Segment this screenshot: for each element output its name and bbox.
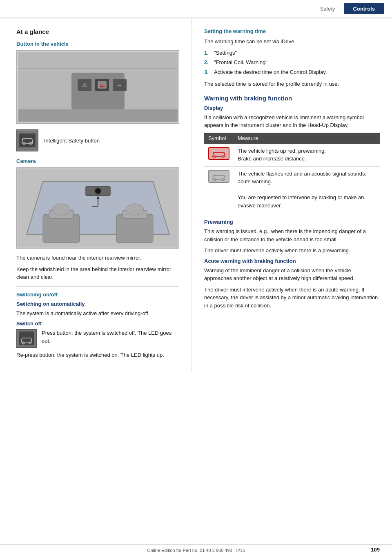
svg-point-29 [214,156,216,158]
step-3: 3. Activate the desired time on the Cont… [204,68,380,76]
svg-point-32 [222,178,224,181]
acute-warning-label: Acute warning with braking function [204,258,380,264]
button-in-vehicle-subtitle: Button in the vehicle [16,41,179,47]
svg-point-30 [222,156,224,158]
header-tab-controls[interactable]: Controls [344,3,384,14]
at-a-glance-title: At a glance [16,28,179,35]
car-symbol-2 [208,170,229,183]
display-label: Display [204,105,380,111]
measure-1-text1: The vehicle lights up red: prewarning. [238,148,326,154]
warning-braking-function-title: Warning with braking function [204,95,380,102]
acute-desc2: The driver must intervene actively when … [204,286,380,310]
stored-desc: The selected time is stored for the prof… [204,80,380,88]
camera-desc1: The camera is found near the interior re… [16,254,179,262]
page-header: Safety Controls [0,0,392,18]
table-row-2: The vehicle flashes red and an acoustic … [204,166,380,213]
svg-text:🚗: 🚗 [100,82,105,88]
svg-rect-9 [18,109,178,122]
button-image: ⚠ 🚗 ↔ [18,52,178,122]
svg-point-23 [52,204,70,215]
symbol-cell-2 [204,166,234,213]
measure-2-text2: You are requested to intervene by brakin… [238,194,364,209]
svg-point-21 [96,189,100,193]
svg-text:⚠: ⚠ [82,82,87,88]
setting-desc: The warning time can be set via iDrive. [204,38,380,46]
safety-button-icon [16,129,38,151]
table-row-1: The vehicle lights up red: prewarning. B… [204,144,380,167]
col-measure: Measure [234,133,380,144]
repress-desc: Re-press button: the system is switched … [16,351,179,359]
steps-list: 1. "Settings" 2. "Frontal Coll. Warning"… [204,49,380,76]
intelligent-safety-button-label: Intelligent Safety button [44,138,100,144]
switch-off-row: Press button: the system is switched off… [16,329,179,348]
header-safety-label: Safety [311,3,344,14]
step-1-num: 1. [204,49,211,57]
symbol-table: Symbol Measure [204,133,380,214]
symbol-cell-1 [204,144,234,167]
step-2-text: "Frontal Coll. Warning" [214,58,267,67]
step-2-num: 2. [204,58,211,67]
page-footer: Online Edition for Part no. 01 40 2 960 … [0,544,392,556]
switching-on-auto-desc: The system is automatically active after… [16,309,179,318]
button-image-box: ⚠ 🚗 ↔ [16,50,179,124]
svg-rect-26 [19,331,34,345]
page-content: At a glance Button in the vehicle ⚠ 🚗 ↔ [0,18,392,372]
prewarning-label: Prewarning [204,219,380,225]
prewarning-desc1: This warning is issued, e.g., when there… [204,227,380,243]
switching-on-off-subtitle: Switching on/off [16,291,179,298]
svg-point-24 [126,204,144,215]
measure-cell-1: The vehicle lights up red: prewarning. B… [234,144,380,167]
intelligent-safety-button-row: Intelligent Safety button [16,129,179,151]
svg-point-12 [23,142,25,145]
switching-on-auto-label: Switching on automatically [16,301,179,307]
footer-text: Online Edition for Part no. 01 40 2 960 … [147,548,245,553]
header-tabs: Controls [344,3,384,14]
svg-rect-11 [19,133,36,147]
measure-1-text2: Brake and increase distance. [238,156,306,162]
left-column: At a glance Button in the vehicle ⚠ 🚗 ↔ [0,18,192,372]
svg-text:↔: ↔ [117,82,122,88]
svg-point-27 [22,342,24,344]
display-desc: If a collision with a recognized vehicle… [204,113,380,129]
step-1: 1. "Settings" [204,49,380,57]
svg-point-31 [214,178,216,181]
switch-off-label: Switch off [16,320,179,327]
acute-desc1: Warning of the imminent danger of a coll… [204,267,380,282]
step-3-num: 3. [204,68,211,76]
prewarning-desc2: The driver must intervene actively when … [204,247,380,255]
measure-2-text1: The vehicle flashes red and an acoustic … [238,171,366,185]
switch-off-desc: Press button: the system is switched off… [42,329,179,345]
step-1-text: "Settings" [214,49,237,57]
camera-image-box [16,167,179,249]
camera-desc2: Keep the windshield in the area behind t… [16,265,179,281]
col-symbol: Symbol [204,133,234,144]
svg-point-13 [29,142,32,145]
step-2: 2. "Frontal Coll. Warning" [204,58,380,67]
right-column: Setting the warning time The warning tim… [192,18,392,372]
page-number: 109 [371,547,380,553]
measure-cell-2: The vehicle flashes red and an acoustic … [234,166,380,213]
car-symbol-red [208,147,229,160]
setting-warning-time-subtitle: Setting the warning time [204,28,380,34]
step-3-text: Activate the desired time on the Control… [214,68,327,76]
svg-point-28 [29,342,31,344]
camera-subtitle: Camera [16,158,179,164]
switch-off-button-icon [16,329,37,348]
